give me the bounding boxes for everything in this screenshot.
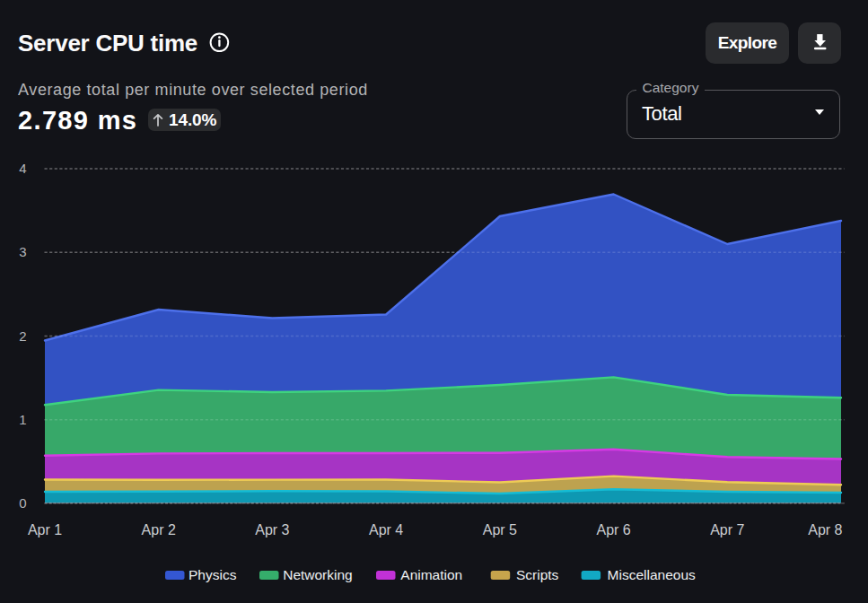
svg-text:Apr 4: Apr 4	[369, 522, 403, 537]
svg-text:Apr 3: Apr 3	[255, 522, 289, 537]
svg-text:Apr 1: Apr 1	[28, 522, 62, 537]
svg-text:0: 0	[19, 495, 26, 511]
svg-text:Physics: Physics	[189, 567, 237, 582]
svg-text:2: 2	[19, 328, 26, 344]
svg-text:1: 1	[19, 412, 26, 427]
svg-text:Animation: Animation	[400, 567, 462, 582]
svg-text:3: 3	[19, 244, 26, 259]
svg-text:Scripts: Scripts	[516, 567, 559, 582]
svg-text:4: 4	[19, 161, 26, 176]
svg-text:Miscellaneous: Miscellaneous	[608, 567, 696, 582]
svg-text:Apr 6: Apr 6	[596, 522, 630, 537]
svg-text:Apr 8: Apr 8	[808, 522, 842, 537]
svg-text:Apr 5: Apr 5	[483, 522, 517, 537]
svg-text:Apr 2: Apr 2	[142, 522, 176, 537]
svg-text:Networking: Networking	[283, 567, 353, 582]
svg-text:Apr 7: Apr 7	[710, 522, 744, 537]
